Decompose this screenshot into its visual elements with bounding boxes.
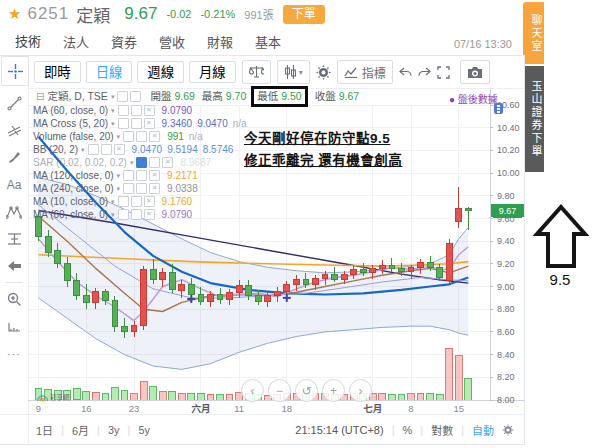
time-axis[interactable]: 91623六月1118七月815 <box>36 403 464 414</box>
legend-symbol-title[interactable]: 定穎, D, TSE <box>47 89 107 104</box>
favorite-star-icon[interactable]: ★ <box>8 5 21 23</box>
chat-room-tab[interactable]: 聊天室 <box>523 2 544 64</box>
legend-settings-icon[interactable] <box>149 157 160 168</box>
legend-close-icon[interactable]: ✕ <box>162 157 173 168</box>
legend-close-icon[interactable]: ✕ <box>144 118 155 129</box>
indicator-label[interactable]: MA Cross (5, 20) <box>33 117 108 130</box>
indicators-button[interactable]: 指標 <box>337 60 393 84</box>
legend-settings-icon[interactable] <box>131 105 142 116</box>
broker-order-tab[interactable]: 玉山證券下單 <box>523 66 544 172</box>
fullscreen-button[interactable] <box>437 61 450 83</box>
range-button-6月[interactable]: 6月 <box>72 422 89 438</box>
legend-settings-icon[interactable] <box>136 131 147 142</box>
chevron-down-icon[interactable]: ▾ <box>111 208 115 221</box>
nav-tab-法人[interactable]: 法人 <box>52 29 100 56</box>
indicator-label[interactable]: BB (20, 2) <box>33 143 78 156</box>
measure-tool[interactable] <box>0 313 28 340</box>
legend-settings-icon[interactable] <box>101 144 112 155</box>
chevron-down-icon[interactable]: ▾ <box>111 117 115 130</box>
legend-close-icon[interactable]: ✕ <box>149 183 160 194</box>
legend-close-icon[interactable]: ✕ <box>149 131 160 142</box>
auto-scale-button[interactable]: 自動 <box>472 422 494 438</box>
zoom-in-button[interactable]: + <box>322 379 345 402</box>
interval-daily-button[interactable]: 日線 <box>86 61 133 83</box>
chevron-down-icon[interactable]: ▾ <box>111 89 115 104</box>
legend-eye-icon[interactable] <box>123 183 134 194</box>
parallel-lines-tool[interactable] <box>0 117 28 144</box>
indicator-label[interactable]: MA (240, close, 0) <box>33 182 114 195</box>
interval-realtime-button[interactable]: 即時 <box>34 61 81 83</box>
pan-right-button[interactable]: › <box>349 379 372 402</box>
compare-button[interactable] <box>242 60 271 84</box>
legend-close-icon[interactable]: ✕ <box>149 170 160 181</box>
post-market-label[interactable]: ● 盤後數據 <box>449 91 498 106</box>
legend-eye-icon[interactable] <box>118 196 129 207</box>
legend-settings-icon[interactable] <box>131 196 142 207</box>
legend-eye-icon[interactable] <box>118 105 129 116</box>
zoom-out-button[interactable]: − <box>268 379 291 402</box>
nav-tab-資券[interactable]: 資券 <box>100 29 148 56</box>
nav-tab-技術[interactable]: 技術 <box>4 28 52 57</box>
redo-button[interactable] <box>418 61 431 83</box>
legend-close-icon[interactable]: ✕ <box>144 105 155 116</box>
chart-clock[interactable]: 21:15:14 (UTC+8) <box>295 424 383 436</box>
crosshair-tool[interactable] <box>1 56 29 86</box>
nav-tab-營收[interactable]: 營收 <box>148 29 196 56</box>
nav-tab-財報[interactable]: 財報 <box>196 29 244 56</box>
indicator-label[interactable]: MA (10, close, 0) <box>33 195 108 208</box>
arrow-tool[interactable] <box>0 252 28 279</box>
indicator-label[interactable]: SAR (0.02, 0.02, 0.2) <box>33 156 127 169</box>
chevron-down-icon[interactable]: ▾ <box>117 182 121 195</box>
pattern-tool[interactable] <box>0 198 28 225</box>
legend-eye-icon[interactable] <box>123 170 134 181</box>
percent-scale-button[interactable]: % <box>403 424 413 436</box>
text-tool[interactable]: Aa <box>0 171 28 198</box>
interval-monthly-button[interactable]: 月線 <box>189 61 236 83</box>
indicator-label[interactable]: MA (60, close, 0) <box>33 208 108 221</box>
range-button-3y[interactable]: 3y <box>108 424 120 436</box>
legend-settings-icon[interactable] <box>131 209 142 220</box>
chevron-down-icon[interactable]: ▾ <box>117 130 121 143</box>
log-scale-button[interactable]: 對數 <box>431 422 453 438</box>
legend-close-icon[interactable]: ✕ <box>144 209 155 220</box>
pan-left-button[interactable]: ‹ <box>241 379 264 402</box>
zoom-in-tool[interactable] <box>0 286 28 313</box>
legend-eye-icon[interactable] <box>118 118 129 129</box>
chevron-down-icon[interactable]: ▾ <box>299 68 303 77</box>
indicator-label[interactable]: MA (60, close, 0) <box>33 104 108 117</box>
reset-view-button[interactable]: ↺ <box>295 379 318 402</box>
snapshot-button[interactable] <box>460 60 490 84</box>
position-tool[interactable] <box>0 225 28 252</box>
indicator-label[interactable]: MA (120, close, 0) <box>33 169 114 182</box>
more-tools[interactable]: ··· <box>0 340 28 367</box>
post-market-badge-icon[interactable] <box>494 103 503 114</box>
legend-close-icon[interactable]: ✕ <box>144 196 155 207</box>
legend-settings-icon[interactable] <box>131 118 142 129</box>
chart-style-button[interactable]: ▾ <box>277 60 310 84</box>
interval-weekly-button[interactable]: 週線 <box>137 61 184 83</box>
legend-eye-icon[interactable] <box>88 144 99 155</box>
legend-settings-icon[interactable] <box>136 170 147 181</box>
chevron-down-icon[interactable]: ▾ <box>111 104 115 117</box>
brush-tool[interactable] <box>0 144 28 171</box>
legend-close-icon[interactable]: ✕ <box>114 144 125 155</box>
chevron-down-icon[interactable]: ▾ <box>81 143 85 156</box>
chevron-down-icon[interactable]: ▾ <box>111 195 115 208</box>
chevron-down-icon[interactable]: ▾ <box>117 169 121 182</box>
axis-settings-button[interactable] <box>502 424 514 436</box>
legend-eye-icon[interactable] <box>136 157 147 168</box>
legend-eye-icon[interactable] <box>123 131 134 142</box>
settings-button[interactable] <box>316 61 331 83</box>
chevron-down-icon[interactable]: ▾ <box>130 156 134 169</box>
legend-settings-icon[interactable] <box>130 91 141 102</box>
legend-eye-icon[interactable] <box>118 209 129 220</box>
nav-tab-基本[interactable]: 基本 <box>244 29 292 56</box>
range-button-1日[interactable]: 1日 <box>36 422 53 438</box>
collapse-icon[interactable]: ⊟ <box>36 89 44 104</box>
indicator-label[interactable]: Volume (false, 20) <box>33 130 114 143</box>
legend-settings-icon[interactable] <box>136 183 147 194</box>
legend-eye-icon[interactable] <box>117 91 128 102</box>
range-button-5y[interactable]: 5y <box>138 424 150 436</box>
order-button[interactable]: 下單 <box>283 5 325 24</box>
trendline-tool[interactable] <box>0 90 28 117</box>
